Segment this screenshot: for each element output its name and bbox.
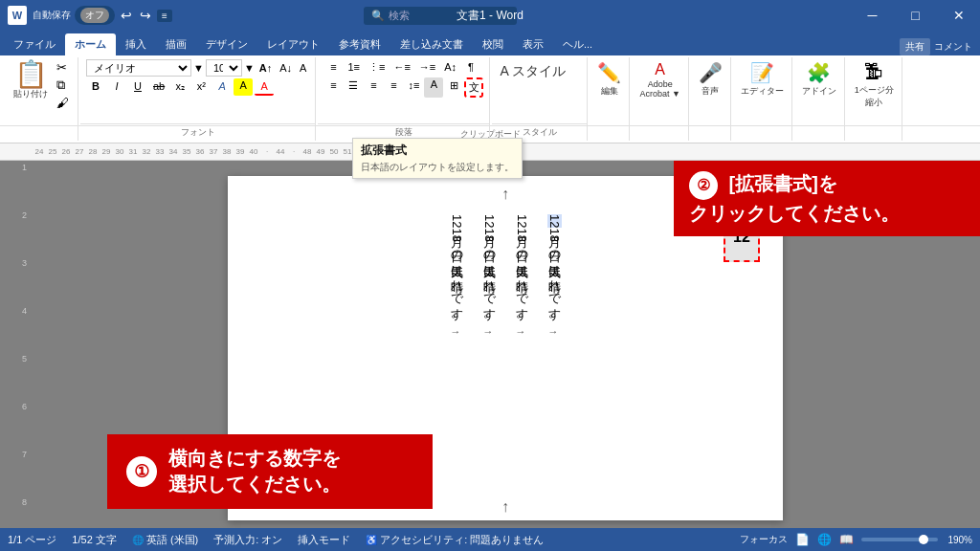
align-center-button[interactable]: ☰ [344, 77, 363, 98]
align-right-button[interactable]: ≡ [364, 77, 383, 98]
italic-button[interactable]: I [107, 78, 126, 96]
tab-help[interactable]: ヘル... [553, 33, 602, 55]
numbered-list-button[interactable]: 1≡ [344, 59, 364, 76]
multilevel-list-button[interactable]: ⋮≡ [365, 59, 389, 76]
tab-design[interactable]: デザイン [196, 33, 257, 55]
accessibility[interactable]: ♿ アクセシビリティ: 問題ありません [366, 533, 544, 547]
shrink-button[interactable]: 🗜 1ページ分縮小 [851, 59, 898, 111]
text-column-3[interactable]: 12月18日の天気は晴れです。 ↑ [509, 214, 534, 492]
tab-review[interactable]: 校閲 [473, 33, 513, 55]
ime-status[interactable]: 予測入力: オン [213, 533, 282, 547]
word-logo: W [8, 6, 27, 25]
dictation-button[interactable]: 🎤 音声 [695, 59, 726, 99]
tab-draw[interactable]: 描画 [156, 33, 196, 55]
editor-icon: 📝 [750, 61, 774, 84]
font-family-select[interactable]: メイリオ [86, 59, 191, 77]
strikethrough-button[interactable]: ab [149, 78, 168, 96]
borders-button[interactable]: ⊞ [444, 77, 463, 98]
superscript-button[interactable]: x² [191, 78, 211, 96]
char-count[interactable]: 1/52 文字 [72, 533, 116, 547]
language-indicator[interactable]: 🌐 英語 (米国) [132, 533, 198, 547]
shading-button[interactable]: A [424, 77, 443, 98]
redo-button[interactable]: ↪ [140, 8, 151, 23]
copy-button[interactable]: ⧉ [54, 77, 72, 94]
lang-icon: 🌐 [132, 535, 144, 545]
show-marks-button[interactable]: ¶ [461, 59, 480, 76]
font-size-select[interactable]: 10.5 [206, 59, 242, 77]
autosave-area: 自動保存 オフ [33, 6, 115, 25]
line-spacing-button[interactable]: ↕≡ [404, 77, 423, 98]
align-left-button[interactable]: ≡ [323, 77, 343, 98]
tab-home[interactable]: ホーム [65, 33, 116, 55]
font-shrink-button[interactable]: A↓ [277, 61, 295, 75]
highlight-button[interactable]: A [234, 78, 253, 96]
font-grow-button[interactable]: A↑ [256, 61, 275, 75]
adobe-button[interactable]: A AdobeAcrobat ▼ [635, 59, 683, 100]
ribbon-right-area: 共有 コメント [900, 38, 980, 55]
close-button[interactable]: ✕ [937, 0, 980, 31]
paste-button[interactable]: 📋 貼り付け [10, 59, 52, 102]
minimize-button[interactable]: ─ [851, 0, 894, 31]
mic-icon: 🎤 [699, 61, 723, 84]
callout-1-text: 横向きにする数字を 選択してください。 [168, 446, 341, 497]
addin-button[interactable]: 🧩 アドイン [798, 59, 840, 99]
addin-icon: 🧩 [807, 61, 831, 84]
maximize-button[interactable]: □ [894, 0, 937, 31]
left-margin: 1 2 3 4 5 6 7 8 [0, 161, 31, 528]
accessibility-label: アクセシビリティ: 問題ありません [380, 533, 544, 547]
view-print-icon[interactable]: 📄 [795, 533, 810, 546]
font-size-dropdown[interactable]: ▼ [244, 62, 255, 74]
cut-button[interactable]: ✂ [54, 59, 72, 76]
callout-1-circle: ① [126, 456, 157, 487]
mode-label: 挿入モード [298, 533, 350, 547]
tooltip-title: 拡張書式 [361, 143, 514, 159]
tab-insert[interactable]: 挿入 [116, 33, 156, 55]
share-button[interactable]: 共有 [900, 38, 930, 55]
edit-icon: ✏️ [597, 61, 621, 84]
scroll-down-arrow[interactable]: ↑ [501, 498, 509, 516]
text-column-2[interactable]: 12月18日の天気は（晴れです。 ↑ [477, 214, 501, 492]
font-family-dropdown[interactable]: ▼ [193, 62, 204, 74]
extended-format-button[interactable]: 文 [464, 77, 483, 98]
bullets-button[interactable]: ≡ [323, 59, 343, 76]
autosave-state[interactable]: オフ [80, 8, 109, 23]
styles-group-label: スタイル [492, 123, 587, 139]
tab-layout[interactable]: レイアウト [257, 33, 329, 55]
undo-button[interactable]: ↩ [121, 8, 132, 23]
indent-decrease-button[interactable]: ←≡ [390, 59, 413, 76]
subscript-button[interactable]: x₂ [170, 78, 189, 96]
tab-references[interactable]: 参考資料 [329, 33, 390, 55]
insert-mode[interactable]: 挿入モード [298, 533, 350, 547]
scroll-up-arrow[interactable]: ↑ [501, 186, 509, 203]
text-column-1[interactable]: 12月18日の天気は晴れです。 ↑ [444, 214, 469, 492]
autosave-toggle[interactable]: オフ [75, 6, 115, 25]
quick-access[interactable]: ≡ [157, 10, 172, 22]
style-normal[interactable]: A スタイル [500, 63, 579, 80]
bold-button[interactable]: B [86, 78, 105, 96]
focus-label[interactable]: フォーカス [740, 533, 788, 546]
tab-mailings[interactable]: 差し込み文書 [390, 33, 473, 55]
document-title: 文書1 - Word [457, 8, 523, 24]
view-read-icon[interactable]: 📖 [839, 533, 854, 546]
zoom-slider[interactable] [861, 538, 938, 541]
view-web-icon[interactable]: 🌐 [817, 533, 832, 546]
callout-2: ② [拡張書式]を クリックしてください。 [674, 161, 980, 236]
text-column-4[interactable]: 12月18日の天気は晴れです。 ↑ [542, 214, 567, 492]
justify-button[interactable]: ≡ [384, 77, 403, 98]
accessibility-icon: ♿ [366, 535, 377, 545]
font-color-button[interactable]: A [255, 78, 274, 96]
edit-button[interactable]: ✏️ 編集 [593, 59, 625, 99]
styles-group: A スタイル スタイル [492, 57, 588, 141]
tab-file[interactable]: ファイル [4, 33, 65, 55]
sort-button[interactable]: A↕ [440, 59, 460, 76]
tab-view[interactable]: 表示 [513, 33, 553, 55]
zoom-level[interactable]: 190% [947, 535, 972, 545]
text-effect-button[interactable]: A [212, 78, 232, 96]
editor-button[interactable]: 📝 エディター [737, 59, 788, 99]
format-paint-button[interactable]: 🖌 [54, 95, 72, 111]
page-info[interactable]: 1/1 ページ [8, 533, 56, 547]
comments-button[interactable]: コメント [934, 40, 972, 54]
underline-button[interactable]: U [128, 78, 147, 96]
indent-increase-button[interactable]: →≡ [415, 59, 439, 76]
clear-format-button[interactable]: A [297, 61, 309, 75]
